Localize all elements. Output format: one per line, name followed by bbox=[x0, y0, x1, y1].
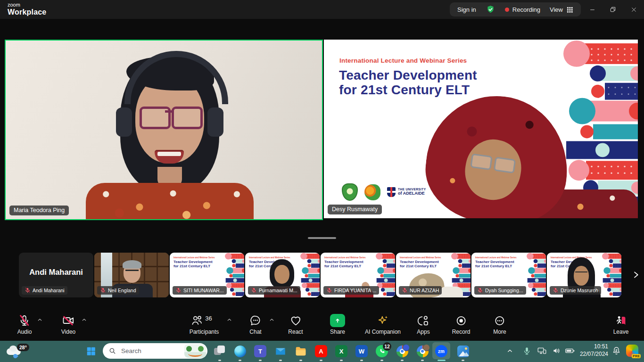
video-tile-maria-teodora-ping[interactable]: Maria Teodora Ping bbox=[5, 40, 323, 220]
restore-button[interactable] bbox=[603, 0, 623, 19]
excel-icon[interactable]: X bbox=[333, 344, 349, 359]
view-label: View bbox=[550, 6, 563, 13]
person-shoulder bbox=[439, 287, 463, 297]
participant-tile-dzunie-masruroh[interactable]: International Lecture and Webinar Series… bbox=[547, 253, 621, 297]
name-tag: Neil England bbox=[97, 286, 139, 295]
ai-companion-button[interactable]: AI Companion bbox=[365, 314, 401, 335]
maria-headphone-right bbox=[207, 107, 223, 137]
participants-options-chevron[interactable] bbox=[226, 317, 232, 323]
encryption-shield-icon[interactable] bbox=[486, 5, 495, 15]
maria-teeth bbox=[157, 152, 181, 156]
organizer-logos: THE UNIVERSITY of ADELAIDE bbox=[342, 183, 426, 201]
participant-name: Desy Rusmawaty bbox=[332, 206, 378, 213]
logo-text-workplace: Workplace bbox=[8, 8, 46, 16]
search-daily-image[interactable] bbox=[184, 344, 206, 358]
name-tag: Purnamawati M... bbox=[248, 286, 300, 295]
name-tag: FIRDA YUANITA ... bbox=[323, 286, 379, 295]
chrome-icon[interactable] bbox=[394, 344, 410, 359]
name-tag: Maria Teodora Ping bbox=[9, 206, 69, 215]
maria-glasses bbox=[172, 107, 203, 129]
name-tag: SITI MUNAWAR... bbox=[173, 286, 227, 295]
photos-app-icon[interactable] bbox=[455, 344, 471, 359]
participant-tile-nur-azizah[interactable]: International Lecture and Webinar Series… bbox=[396, 253, 471, 297]
video-button[interactable]: Video bbox=[61, 314, 75, 335]
share-button[interactable]: Share bbox=[330, 314, 345, 335]
search-icon bbox=[108, 347, 116, 355]
leave-door-icon bbox=[615, 314, 627, 327]
audio-options-chevron[interactable] bbox=[37, 317, 43, 323]
slide-main-title: Teacher Development for 21st Century ELT bbox=[339, 68, 477, 98]
video-tile-desy-rusmawaty[interactable]: International Lecture and Webinar Series… bbox=[324, 40, 638, 218]
file-explorer-icon[interactable] bbox=[293, 344, 309, 359]
heart-react-icon bbox=[289, 314, 302, 327]
chrome-profile-avatar bbox=[423, 344, 430, 351]
filmstrip-drag-handle[interactable] bbox=[308, 237, 336, 239]
view-button[interactable]: View bbox=[550, 6, 573, 13]
adelaide-shield-icon bbox=[387, 187, 396, 197]
zoom-app-icon[interactable]: zm bbox=[433, 344, 449, 359]
participant-tile-siti-munawar[interactable]: International Lecture and Webinar Series… bbox=[170, 253, 244, 297]
record-icon bbox=[455, 315, 467, 327]
task-view-button[interactable] bbox=[212, 344, 228, 359]
chat-options-chevron[interactable] bbox=[269, 317, 275, 323]
recording-indicator[interactable]: Recording bbox=[505, 6, 540, 13]
edge-browser-icon[interactable] bbox=[232, 344, 248, 359]
tray-cast-display-icon[interactable] bbox=[536, 345, 548, 357]
mail-icon[interactable] bbox=[272, 344, 289, 359]
audio-button[interactable]: Audio bbox=[17, 314, 32, 335]
muted-mic-icon bbox=[477, 287, 483, 293]
leave-button[interactable]: Leave bbox=[613, 314, 629, 335]
muted-mic-icon bbox=[326, 287, 332, 293]
tray-speaker-icon[interactable] bbox=[551, 345, 563, 357]
slide-decoration-pattern bbox=[601, 253, 621, 297]
filmstrip-next-page-button[interactable] bbox=[630, 268, 642, 282]
chat-button[interactable]: Chat bbox=[249, 314, 262, 335]
more-icon bbox=[494, 315, 506, 327]
notification-bell-dnd-icon[interactable] bbox=[610, 345, 622, 357]
chrome-profile-avatar bbox=[403, 344, 410, 351]
logo-text-zoom: zoom bbox=[8, 2, 46, 8]
record-button[interactable]: Record bbox=[452, 314, 471, 335]
participant-tile-dyah-sungging[interactable]: International Lecture and Webinar Series… bbox=[471, 253, 546, 297]
chrome-icon-profile2[interactable] bbox=[414, 344, 430, 359]
whatsapp-unread-badge: 12 bbox=[383, 342, 391, 351]
chat-icon bbox=[249, 314, 262, 327]
muted-mic-icon bbox=[100, 287, 106, 293]
person-face bbox=[274, 265, 289, 284]
more-button[interactable]: More bbox=[493, 314, 506, 335]
search-input[interactable] bbox=[120, 347, 182, 355]
minimize-button[interactable] bbox=[582, 0, 603, 19]
participant-tile-andi-maharani[interactable]: Andi Maharani Andi Maharani bbox=[19, 253, 93, 297]
muted-mic-icon bbox=[553, 287, 559, 293]
tray-microphone-in-use-icon[interactable] bbox=[520, 345, 533, 357]
word-icon[interactable]: W bbox=[354, 344, 370, 359]
maria-batik-top bbox=[86, 183, 254, 220]
name-tag: NUR AZIZAH bbox=[399, 286, 442, 295]
weather-widget[interactable]: 28° bbox=[6, 343, 34, 361]
name-tag: Desy Rusmawaty bbox=[328, 205, 382, 214]
slide-decoration-pattern bbox=[299, 253, 320, 297]
teams-icon[interactable]: T bbox=[252, 344, 268, 359]
participants-count: 36 bbox=[205, 315, 212, 322]
taskbar-search[interactable] bbox=[103, 343, 207, 359]
tray-hidden-icons-chevron[interactable] bbox=[504, 345, 516, 357]
start-button[interactable] bbox=[83, 344, 99, 359]
meeting-status-group: Sign in Recording View bbox=[450, 2, 581, 16]
sign-in-button[interactable]: Sign in bbox=[457, 6, 476, 13]
slide-series-title: International Lecture and Webinar Series bbox=[339, 57, 467, 64]
participants-button[interactable]: 36 Participants bbox=[190, 314, 219, 335]
video-options-chevron[interactable] bbox=[81, 317, 87, 323]
tray-battery-icon[interactable] bbox=[564, 345, 576, 357]
neil-glasses bbox=[125, 270, 139, 275]
apps-button[interactable]: Apps bbox=[417, 314, 429, 335]
name-tag: Dyah Sungging... bbox=[474, 286, 526, 295]
recording-label: Recording bbox=[512, 6, 540, 13]
close-button[interactable] bbox=[623, 0, 644, 19]
participant-tile-neil-england[interactable]: Neil England bbox=[94, 253, 169, 297]
taskbar-clock[interactable]: 10:51 22/07/2024 bbox=[579, 343, 608, 358]
react-button[interactable]: React bbox=[288, 314, 303, 335]
participant-tile-firda-yuanita[interactable]: International Lecture and Webinar Series… bbox=[321, 253, 395, 297]
participant-tile-purnamawati[interactable]: International Lecture and Webinar Series… bbox=[245, 253, 320, 297]
muted-mic-icon bbox=[175, 287, 182, 293]
adobe-acrobat-icon[interactable]: A bbox=[313, 344, 329, 359]
